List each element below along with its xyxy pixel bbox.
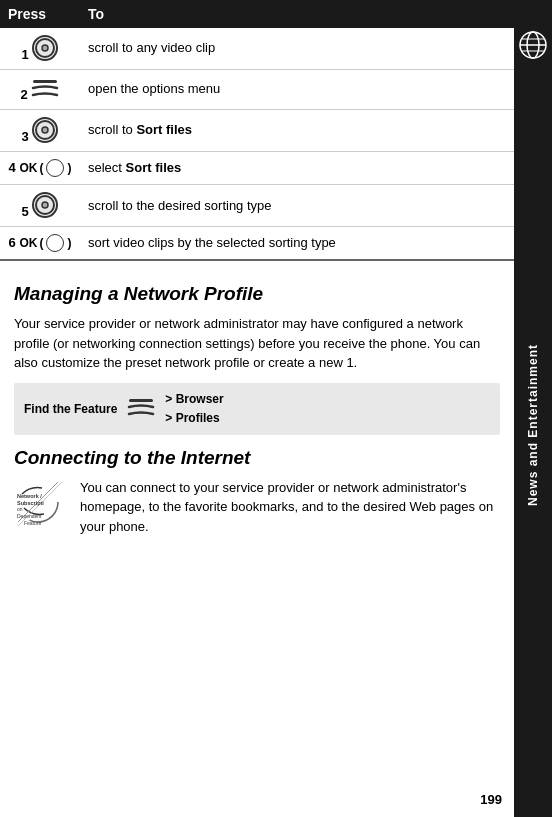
svg-text:Dependent: Dependent [17, 513, 42, 519]
ok-circle-icon [46, 159, 64, 177]
table-row: 6 OK ( ) sort video clips by the selecte… [0, 227, 514, 261]
circle-button-icon [32, 35, 58, 61]
sidebar-label: News and Entertainment [526, 344, 540, 506]
main-content: Press To 1 scro [0, 0, 552, 817]
row2-press: 2 [0, 70, 80, 110]
svg-text:Network /: Network / [17, 493, 42, 499]
globe-icon [518, 30, 548, 63]
table-row: 2 open the options menu [0, 70, 514, 110]
menu-icon [31, 87, 59, 102]
ok-button-label: OK ( ) [19, 234, 71, 252]
svg-point-1 [42, 45, 48, 51]
managing-title: Managing a Network Profile [14, 283, 500, 306]
row2-action: open the options menu [80, 70, 514, 110]
circle-button-icon [32, 192, 58, 218]
row3-press: 3 [0, 110, 80, 152]
row5-press: 5 [0, 185, 80, 227]
connecting-title: Connecting to the Internet [14, 447, 500, 470]
table-row: 3 scroll to Sort files [0, 110, 514, 152]
row3-action: scroll to Sort files [80, 110, 514, 152]
page-number: 199 [480, 792, 502, 807]
table-header-to: To [80, 0, 514, 28]
ok-circle-icon [46, 234, 64, 252]
row5-action: scroll to the desired sorting type [80, 185, 514, 227]
menu-icon-feature [127, 396, 155, 421]
circle-button-icon [32, 117, 58, 143]
feature-path-line2: > Profiles [165, 409, 223, 428]
connecting-body: You can connect to your service provider… [80, 478, 500, 537]
feature-path: > Browser > Profiles [165, 390, 223, 428]
svg-text:Feature: Feature [24, 520, 41, 526]
svg-point-6 [42, 202, 48, 208]
network-subscription-badge: Network / Subscripti on Dependent Featur… [14, 478, 62, 526]
sort-files-bold-1: Sort files [136, 122, 192, 137]
table-header-press: Press [0, 0, 80, 28]
managing-section: Managing a Network Profile Your service … [0, 261, 514, 556]
svg-rect-2 [33, 80, 57, 83]
table-row: 5 scroll to the desired sorting type [0, 185, 514, 227]
right-sidebar: News and Entertainment [514, 0, 552, 817]
sort-files-bold-2: Sort files [126, 160, 182, 175]
row1-press: 1 [0, 28, 80, 70]
row6-action: sort video clips by the selected sorting… [80, 227, 514, 261]
page-container: Press To 1 scro [0, 0, 552, 817]
feature-path-line1: > Browser [165, 390, 223, 409]
find-feature-label: Find the Feature [24, 402, 117, 416]
svg-point-4 [42, 127, 48, 133]
ok-button-label: OK ( ) [19, 159, 71, 177]
svg-text:on: on [17, 506, 23, 512]
row4-press: 4 OK ( ) [0, 152, 80, 185]
table-row: 1 scroll to any video clip [0, 28, 514, 70]
table-row: 4 OK ( ) select Sort files [0, 152, 514, 185]
row4-action: select Sort files [80, 152, 514, 185]
press-table: Press To 1 scro [0, 0, 514, 261]
row6-press: 6 OK ( ) [0, 227, 80, 261]
svg-rect-7 [129, 399, 153, 402]
managing-body: Your service provider or network adminis… [14, 314, 500, 373]
row1-action: scroll to any video clip [80, 28, 514, 70]
find-feature-box: Find the Feature > Browser > Profiles [14, 383, 500, 435]
